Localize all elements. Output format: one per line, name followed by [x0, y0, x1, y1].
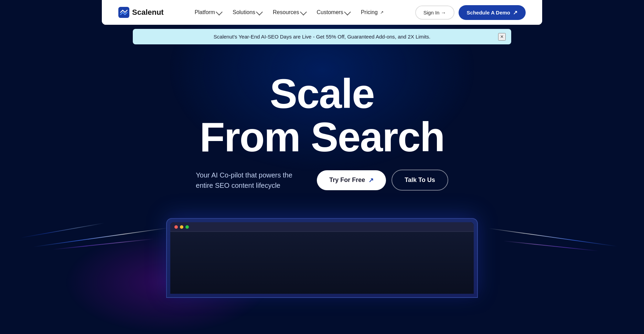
promo-banner: Scalenut's Year-End AI-SEO Days are Live…: [133, 29, 511, 44]
screen-mockup-wrapper: [155, 218, 489, 298]
hero-subtitle-row: Your AI Co-pilot that powers the entire …: [17, 170, 627, 191]
chevron-down-icon: [256, 9, 263, 15]
hero-description: Your AI Co-pilot that powers the entire …: [196, 170, 306, 191]
streak-right-1: [488, 228, 618, 247]
talk-to-us-button[interactable]: Talk To Us: [391, 170, 448, 191]
chevron-down-icon: [344, 9, 351, 15]
signin-button[interactable]: Sign In →: [415, 6, 454, 20]
svg-rect-0: [118, 7, 129, 18]
chevron-down-icon: [216, 9, 223, 15]
chevron-down-icon: [300, 9, 307, 15]
nav-platform[interactable]: Platform: [190, 7, 227, 18]
window-close-dot: [174, 225, 178, 229]
nav-customers[interactable]: Customers: [312, 7, 355, 18]
external-link-icon: ↗: [379, 10, 384, 15]
mockup-content-area: [170, 232, 474, 294]
nav-actions: Sign In → Schedule A Demo ↗: [415, 5, 526, 20]
nav-resources[interactable]: Resources: [268, 7, 310, 18]
hero-buttons: Try For Free ↗ Talk To Us: [317, 170, 448, 191]
hero-title: Scale From Search: [17, 72, 627, 159]
banner-close-button[interactable]: ×: [498, 33, 506, 41]
streak-left-2: [52, 238, 154, 250]
try-for-free-button[interactable]: Try For Free ↗: [317, 170, 386, 190]
window-maximize-dot: [185, 225, 189, 229]
navbar-wrapper: Scalenut Platform Solutions Resources Cu…: [102, 0, 542, 25]
demo-arrow-icon: ↗: [513, 9, 517, 16]
streak-left-3: [20, 223, 105, 238]
hero-section: Scale From Search Your AI Co-pilot that …: [0, 44, 644, 204]
logo-text: Scalenut: [132, 8, 164, 17]
logo-link[interactable]: Scalenut: [118, 7, 164, 18]
mockup-titlebar: [170, 222, 474, 232]
navbar: Scalenut Platform Solutions Resources Cu…: [102, 0, 542, 25]
streak-right-2: [503, 240, 599, 251]
window-minimize-dot: [180, 225, 183, 229]
logo-icon: [118, 7, 129, 18]
page-wrapper: Scalenut Platform Solutions Resources Cu…: [0, 0, 644, 334]
mockup-outer-frame: [166, 218, 478, 298]
mockup-screen: [170, 222, 474, 294]
streak-left-1: [33, 227, 169, 247]
nav-pricing[interactable]: Pricing ↗: [356, 7, 389, 18]
schedule-demo-button[interactable]: Schedule A Demo ↗: [459, 5, 526, 20]
nav-solutions[interactable]: Solutions: [228, 7, 267, 18]
try-arrow-icon: ↗: [368, 176, 374, 184]
nav-links: Platform Solutions Resources Customers P…: [190, 7, 389, 18]
